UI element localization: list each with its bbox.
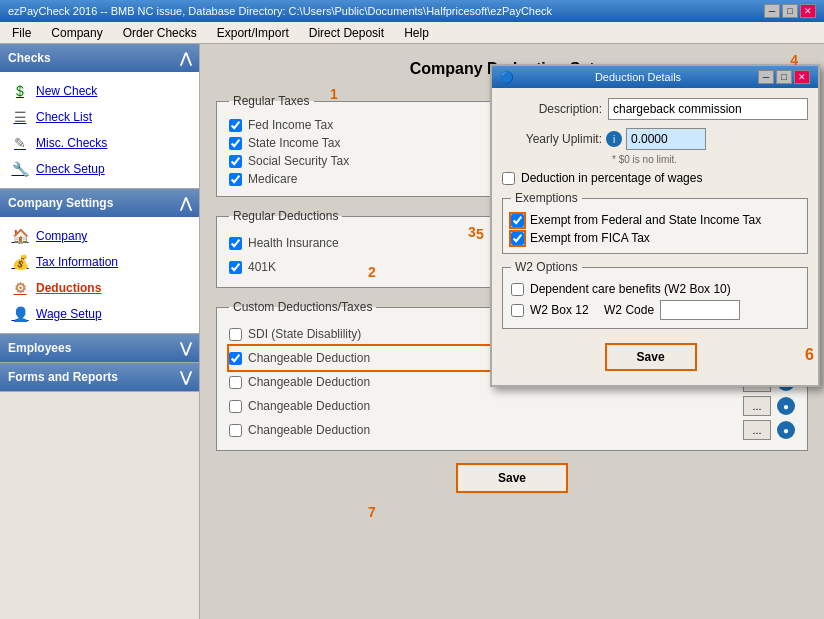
state-income-tax-checkbox[interactable] [229, 137, 242, 150]
uplimit-info-icon: i [606, 131, 622, 147]
main-save-button[interactable]: Save [456, 463, 568, 493]
sidebar-item-misc-checks[interactable]: ✎ Misc. Checks [4, 130, 195, 156]
w2-options-legend: W2 Options [511, 260, 582, 274]
menu-bar: File Company Order Checks Export/Import … [0, 22, 824, 44]
dialog-title-text: Deduction Details [595, 71, 681, 83]
forms-reports-header[interactable]: Forms and Reports ⋁ [0, 363, 199, 391]
wage-icon: 👤 [10, 304, 30, 324]
social-security-label: Social Security Tax [248, 154, 349, 168]
sidebar: Checks ⋀ $ New Check ☰ Check List ✎ Misc… [0, 44, 200, 619]
dialog-title-bar: 🔵 Deduction Details ─ □ ✕ [492, 66, 818, 88]
employees-collapse-icon: ⋁ [180, 340, 191, 356]
changeable-deduction-3-row: Changeable Deduction ... ● [229, 394, 795, 418]
menu-order-checks[interactable]: Order Checks [115, 24, 205, 42]
401k-checkbox[interactable] [229, 261, 242, 274]
checks-items: $ New Check ☰ Check List ✎ Misc. Checks … [0, 72, 199, 188]
tax-icon: 💰 [10, 252, 30, 272]
sdi-checkbox[interactable] [229, 328, 242, 341]
maximize-button[interactable]: □ [782, 4, 798, 18]
health-insurance-checkbox[interactable] [229, 237, 242, 250]
close-button[interactable]: ✕ [800, 4, 816, 18]
changeable-deduction-3-btn[interactable]: ... [743, 396, 771, 416]
zero-note: * $0 is no limit. [612, 154, 808, 165]
company-settings-collapse-icon: ⋀ [180, 195, 191, 211]
company-settings-header[interactable]: Company Settings ⋀ [0, 189, 199, 217]
changeable-deduction-3-label: Changeable Deduction [248, 399, 737, 413]
exempt-federal-checkbox[interactable] [511, 214, 524, 227]
w2-options-fieldset: W2 Options Dependent care benefits (W2 B… [502, 260, 808, 329]
dialog-close-btn[interactable]: ✕ [794, 70, 810, 84]
main-save-container: Save [216, 463, 808, 493]
social-security-checkbox[interactable] [229, 155, 242, 168]
w2-code-input[interactable] [660, 300, 740, 320]
employees-section: Employees ⋁ [0, 334, 199, 363]
company-settings-items: 🏠 Company 💰 Tax Information ⚙ Deductions… [0, 217, 199, 333]
annotation-5: 5 [476, 226, 484, 242]
changeable-deduction-4-row: Changeable Deduction ... ● [229, 418, 795, 442]
minimize-button[interactable]: ─ [764, 4, 780, 18]
yearly-uplimit-row: Yearly Uplimit: i [502, 128, 808, 150]
deduction-details-dialog: 🔵 Deduction Details ─ □ ✕ Description: Y… [490, 64, 820, 387]
regular-taxes-legend: Regular Taxes [229, 94, 314, 108]
changeable-deduction-2-checkbox[interactable] [229, 376, 242, 389]
sidebar-item-check-setup[interactable]: 🔧 Check Setup [4, 156, 195, 182]
dialog-minimize-btn[interactable]: ─ [758, 70, 774, 84]
changeable-deduction-3-checkbox[interactable] [229, 400, 242, 413]
wrench-icon: 🔧 [10, 159, 30, 179]
exempt-fica-label: Exempt from FICA Tax [530, 231, 650, 245]
deduction-pct-row: Deduction in percentage of wages [502, 171, 808, 185]
sidebar-item-deductions[interactable]: ⚙ Deductions [4, 275, 195, 301]
description-label: Description: [502, 102, 602, 116]
exemptions-legend: Exemptions [511, 191, 582, 205]
w2-dependent-checkbox[interactable] [511, 283, 524, 296]
annotation-6: 6 [805, 346, 814, 364]
menu-direct-deposit[interactable]: Direct Deposit [301, 24, 392, 42]
checks-header[interactable]: Checks ⋀ [0, 44, 199, 72]
fed-income-tax-checkbox[interactable] [229, 119, 242, 132]
sidebar-item-company[interactable]: 🏠 Company [4, 223, 195, 249]
checks-section: Checks ⋀ $ New Check ☰ Check List ✎ Misc… [0, 44, 199, 189]
w2-box12-checkbox[interactable] [511, 304, 524, 317]
exempt-fica-row: Exempt from FICA Tax [511, 229, 799, 247]
menu-export-import[interactable]: Export/Import [209, 24, 297, 42]
sidebar-item-wage-setup[interactable]: 👤 Wage Setup [4, 301, 195, 327]
description-row: Description: [502, 98, 808, 120]
menu-company[interactable]: Company [43, 24, 110, 42]
changeable-deduction-4-checkbox[interactable] [229, 424, 242, 437]
exempt-federal-label: Exempt from Federal and State Income Tax [530, 213, 761, 227]
changeable-deduction-1-checkbox[interactable] [229, 352, 242, 365]
description-input[interactable] [608, 98, 808, 120]
w2-box12-label: W2 Box 12 [530, 303, 589, 317]
changeable-deduction-4-btn[interactable]: ... [743, 420, 771, 440]
menu-file[interactable]: File [4, 24, 39, 42]
deductions-icon: ⚙ [10, 278, 30, 298]
sidebar-item-tax-information[interactable]: 💰 Tax Information [4, 249, 195, 275]
dialog-save-row: Save 6 [502, 335, 808, 375]
yearly-uplimit-label: Yearly Uplimit: [502, 132, 602, 146]
deduction-pct-label: Deduction in percentage of wages [521, 171, 702, 185]
dialog-maximize-btn[interactable]: □ [776, 70, 792, 84]
title-bar-text: ezPayCheck 2016 -- BMB NC issue, Databas… [8, 5, 552, 17]
changeable-deduction-4-label: Changeable Deduction [248, 423, 737, 437]
checks-collapse-icon: ⋀ [180, 50, 191, 66]
yearly-uplimit-input[interactable] [626, 128, 706, 150]
menu-help[interactable]: Help [396, 24, 437, 42]
custom-deductions-legend: Custom Deductions/Taxes [229, 300, 376, 314]
deduction-pct-checkbox[interactable] [502, 172, 515, 185]
regular-deductions-legend: Regular Deductions [229, 209, 342, 223]
forms-reports-section: Forms and Reports ⋁ [0, 363, 199, 392]
w2-box12-row: W2 Box 12 W2 Code [511, 298, 799, 322]
w2-dependent-row: Dependent care benefits (W2 Box 10) [511, 280, 799, 298]
w2-dependent-label: Dependent care benefits (W2 Box 10) [530, 282, 731, 296]
content-area: Company Deduction Setup Regular Taxes Fe… [200, 44, 824, 619]
annotation-7: 7 [368, 504, 376, 520]
dialog-save-button[interactable]: Save [605, 343, 697, 371]
sidebar-item-check-list[interactable]: ☰ Check List [4, 104, 195, 130]
medicare-checkbox[interactable] [229, 173, 242, 186]
employees-header[interactable]: Employees ⋁ [0, 334, 199, 362]
exempt-fica-checkbox[interactable] [511, 232, 524, 245]
main-layout: Checks ⋀ $ New Check ☰ Check List ✎ Misc… [0, 44, 824, 619]
exempt-federal-row: Exempt from Federal and State Income Tax [511, 211, 799, 229]
sidebar-item-new-check[interactable]: $ New Check [4, 78, 195, 104]
dialog-title-icon: 🔵 [500, 71, 514, 84]
